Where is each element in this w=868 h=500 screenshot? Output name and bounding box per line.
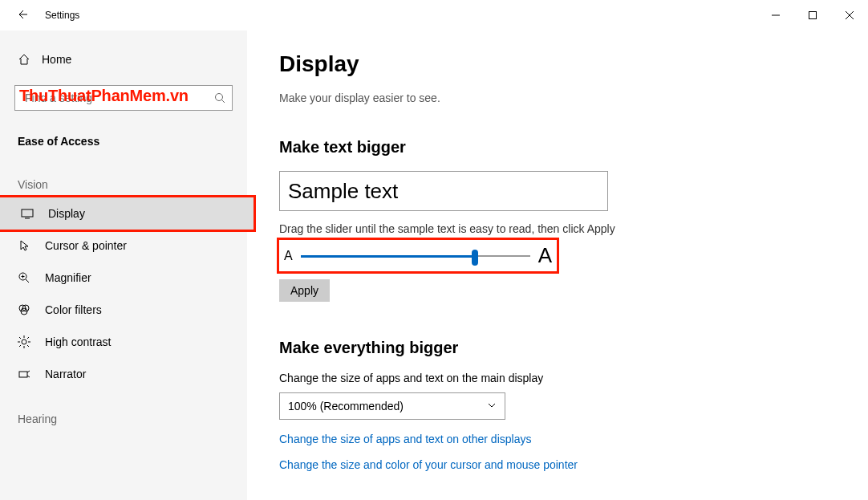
category-vision: Vision [0, 156, 247, 197]
link-cursor-settings[interactable]: Change the size and color of your cursor… [279, 458, 836, 471]
main-content: Display Make your display easier to see.… [247, 30, 868, 500]
window-title: Settings [45, 10, 79, 21]
svg-rect-7 [22, 209, 33, 217]
text-size-slider-area: A A [279, 240, 557, 271]
magnifier-icon [18, 271, 30, 284]
sidebar-item-label: Cursor & pointer [45, 239, 127, 252]
home-icon [18, 53, 30, 66]
sidebar-item-magnifier[interactable]: Magnifier [0, 262, 247, 294]
page-subtitle: Make your display easier to see. [279, 91, 836, 104]
link-other-displays[interactable]: Change the size of apps and text on othe… [279, 433, 836, 445]
scale-selected-value: 100% (Recommended) [288, 400, 404, 413]
cursor-icon [18, 239, 30, 252]
slider-caption: Drag the slider until the sample text is… [279, 222, 836, 235]
chevron-down-icon [487, 400, 497, 413]
apply-button[interactable]: Apply [279, 279, 330, 302]
make-everything-bigger-heading: Make everything bigger [279, 339, 836, 357]
text-size-slider[interactable] [301, 248, 530, 264]
sidebar-item-label: High contrast [45, 335, 111, 348]
slider-fill [301, 255, 475, 258]
large-a-label: A [538, 243, 552, 268]
svg-line-23 [27, 337, 29, 339]
sidebar-item-label: Display [48, 207, 85, 220]
svg-point-16 [22, 339, 26, 344]
close-button[interactable] [831, 0, 868, 30]
svg-line-6 [222, 100, 225, 104]
sample-text-box: Sample text [279, 171, 608, 211]
svg-rect-25 [19, 372, 27, 377]
sidebar-item-label: Magnifier [45, 271, 91, 284]
sidebar-item-cursor[interactable]: Cursor & pointer [0, 230, 247, 262]
sidebar-item-narrator[interactable]: Narrator [0, 358, 247, 390]
sidebar-item-colorfilters[interactable]: Color filters [0, 294, 247, 326]
svg-rect-2 [809, 12, 817, 19]
back-button[interactable] [16, 9, 27, 22]
svg-line-22 [27, 345, 29, 347]
category-hearing: Hearing [0, 390, 247, 432]
scale-caption: Change the size of apps and text on the … [279, 372, 836, 384]
small-a-label: A [284, 249, 293, 263]
minimize-button[interactable] [757, 0, 794, 30]
home-label: Home [42, 53, 71, 66]
section-title: Ease of Access [0, 111, 247, 156]
narrator-icon [18, 368, 30, 380]
maximize-button[interactable] [794, 0, 831, 30]
sidebar-item-highcontrast[interactable]: High contrast [0, 326, 247, 358]
scale-select[interactable]: 100% (Recommended) [279, 392, 505, 420]
home-button[interactable]: Home [0, 47, 247, 72]
titlebar: Settings [0, 0, 868, 30]
slider-thumb[interactable] [472, 250, 478, 266]
sidebar-item-label: Narrator [45, 368, 86, 380]
search-icon [213, 91, 226, 104]
high-contrast-icon [18, 335, 30, 348]
color-filters-icon [18, 303, 30, 316]
window-controls [757, 0, 868, 30]
make-text-bigger-heading: Make text bigger [279, 138, 836, 157]
svg-point-5 [216, 94, 223, 101]
sidebar-item-display[interactable]: Display [0, 197, 254, 230]
svg-line-10 [26, 279, 29, 283]
sidebar: Home ThuThuatPhanMem.vn Ease of Access V… [0, 30, 247, 500]
svg-line-24 [19, 345, 21, 347]
svg-line-21 [19, 337, 21, 339]
page-title: Display [279, 51, 836, 77]
sidebar-item-label: Color filters [45, 303, 102, 316]
display-icon [21, 207, 34, 220]
search-input[interactable] [14, 85, 233, 111]
